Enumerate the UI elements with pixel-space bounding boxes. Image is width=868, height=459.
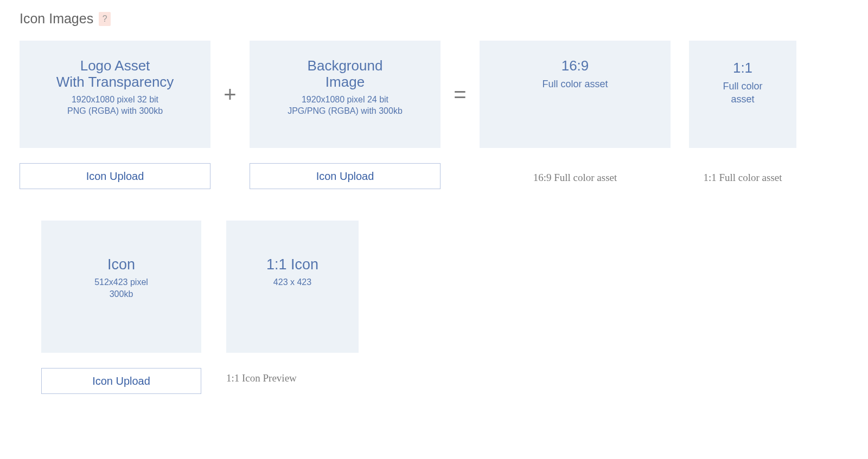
plus-operator: + [210, 41, 250, 148]
result-16x9-caption: 16:9 Full color asset [480, 172, 671, 184]
icon-preview-title: 1:1 Icon [266, 256, 318, 273]
logo-asset-column: Logo Asset With Transparency 1920x1080 p… [20, 41, 210, 189]
icon-card: Icon 512x423 pixel 300kb [41, 221, 201, 353]
background-image-spec: 1920x1080 pixel 24 bit JPG/PNG (RGBA) wi… [288, 94, 403, 117]
icon-preview-caption: 1:1 Icon Preview [226, 372, 359, 384]
section-header: Icon Images ? [20, 11, 848, 27]
section-title: Icon Images [20, 11, 93, 27]
icon-upload-button[interactable]: Icon Upload [41, 368, 201, 394]
icon-preview-spec: 423 x 423 [273, 276, 311, 288]
spacer [201, 221, 226, 394]
icon-spec: 512x423 pixel 300kb [94, 276, 148, 300]
result-16x9-card: 16:9 Full color asset [480, 41, 671, 148]
help-icon[interactable]: ? [99, 12, 111, 26]
logo-asset-card: Logo Asset With Transparency 1920x1080 p… [20, 41, 210, 148]
result-1x1-subtitle-line1: Full color [723, 81, 762, 92]
icon-preview-column: 1:1 Icon 423 x 423 1:1 Icon Preview [226, 221, 359, 394]
result-1x1-column: 1:1 Full color asset 1:1 Full color asse… [689, 41, 796, 189]
result-1x1-title: 1:1 [733, 60, 752, 76]
result-16x9-title: 16:9 [561, 58, 589, 74]
icon-images-row-1: Logo Asset With Transparency 1920x1080 p… [20, 41, 848, 189]
result-16x9-column: 16:9 Full color asset 16:9 Full color as… [480, 41, 671, 189]
icon-spec-line1: 512x423 pixel [94, 277, 148, 287]
result-1x1-subtitle-line2: asset [731, 94, 754, 105]
background-image-upload-button[interactable]: Icon Upload [250, 163, 441, 189]
spacer [20, 221, 41, 394]
icon-preview-card: 1:1 Icon 423 x 423 [226, 221, 359, 353]
background-image-spec-line2: JPG/PNG (RGBA) with 300kb [288, 106, 403, 115]
background-image-title: Background Image [308, 58, 383, 90]
logo-asset-upload-button[interactable]: Icon Upload [20, 163, 210, 189]
result-1x1-subtitle: Full color asset [723, 80, 762, 106]
background-image-spec-line1: 1920x1080 pixel 24 bit [302, 95, 388, 104]
background-image-title-line2: Image [326, 74, 365, 90]
logo-asset-title-line2: With Transparency [56, 74, 174, 90]
logo-asset-spec-line2: PNG (RGBA) with 300kb [67, 106, 163, 115]
background-image-card: Background Image 1920x1080 pixel 24 bit … [250, 41, 441, 148]
icon-spec-line2: 300kb [110, 289, 133, 299]
background-image-title-line1: Background [308, 57, 383, 74]
icon-title: Icon [107, 256, 135, 273]
icon-images-row-2: Icon 512x423 pixel 300kb Icon Upload 1:1… [20, 221, 848, 394]
result-16x9-subtitle: Full color asset [542, 77, 608, 90]
spacer [671, 41, 689, 189]
logo-asset-title: Logo Asset With Transparency [56, 58, 174, 90]
logo-asset-spec: 1920x1080 pixel 32 bit PNG (RGBA) with 3… [67, 94, 163, 117]
logo-asset-spec-line1: 1920x1080 pixel 32 bit [72, 95, 158, 104]
result-1x1-caption: 1:1 Full color asset [689, 172, 796, 184]
result-1x1-card: 1:1 Full color asset [689, 41, 796, 148]
equals-operator: = [441, 41, 480, 148]
icon-column: Icon 512x423 pixel 300kb Icon Upload [41, 221, 201, 394]
background-image-column: Background Image 1920x1080 pixel 24 bit … [250, 41, 441, 189]
logo-asset-title-line1: Logo Asset [80, 57, 150, 74]
